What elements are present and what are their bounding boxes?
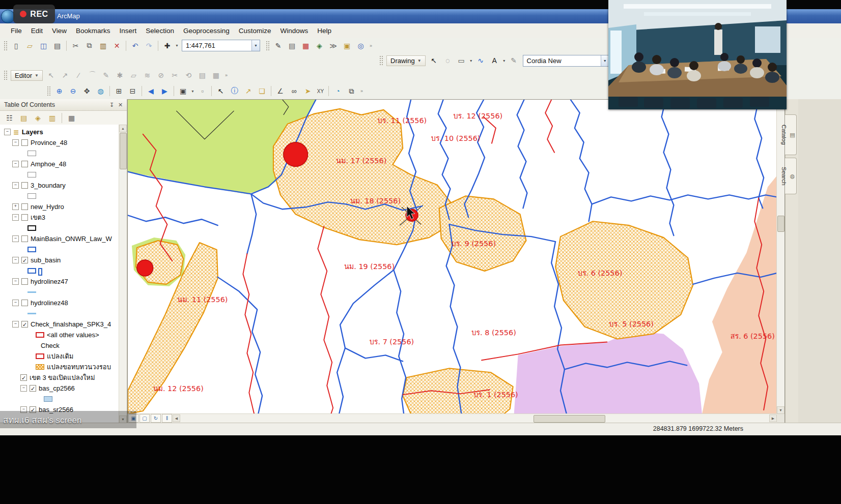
layer-label[interactable]: Layers: [22, 128, 43, 136]
menu-selection[interactable]: Selection: [141, 24, 179, 37]
layer-label[interactable]: Amphoe_48: [31, 160, 66, 168]
create-viewer-window-button[interactable]: ⧉: [345, 85, 358, 98]
split-tool[interactable]: ✂: [169, 69, 181, 82]
redo-button[interactable]: ↷: [143, 39, 155, 52]
legend-swatch[interactable]: [36, 332, 44, 338]
chevron-down-icon[interactable]: ▼: [468, 55, 474, 67]
toolbar-grip[interactable]: [47, 86, 50, 96]
fixed-zoom-in-button[interactable]: ⊞: [113, 85, 125, 98]
chevron-down-icon[interactable]: ▼: [601, 55, 609, 66]
layer-label[interactable]: hydrolinez48: [31, 299, 68, 307]
scrollbar-thumb[interactable]: [777, 216, 784, 232]
collapse-expander[interactable]: −: [12, 235, 19, 242]
endpoint-arc-tool[interactable]: ⌒: [86, 69, 99, 82]
scroll-right-arrow[interactable]: ▶: [769, 414, 777, 422]
layer-visibility-checkbox[interactable]: [21, 300, 28, 306]
scrollbar-track[interactable]: [180, 414, 769, 422]
reshape-feature-tool[interactable]: ≋: [141, 69, 154, 82]
menu-view[interactable]: View: [47, 24, 71, 37]
chevron-down-icon[interactable]: ▼: [251, 40, 260, 51]
pan-tool[interactable]: ✥: [80, 85, 93, 98]
layer-visibility-checkbox[interactable]: [21, 278, 28, 285]
layer-visibility-checkbox[interactable]: [21, 182, 28, 189]
text-tool[interactable]: A: [488, 54, 501, 67]
collapse-expander[interactable]: −: [12, 300, 19, 306]
toolbar-grip[interactable]: [4, 41, 7, 51]
fixed-zoom-out-button[interactable]: ⊟: [126, 85, 139, 98]
hyperlink-tool[interactable]: ↗: [242, 85, 255, 98]
layer-visibility-checkbox[interactable]: [21, 139, 28, 146]
straight-segment-tool[interactable]: ∕: [72, 69, 85, 82]
layer-label[interactable]: แปลงเดิม: [47, 351, 73, 362]
collapse-expander[interactable]: −: [12, 182, 19, 189]
collapse-expander[interactable]: −: [12, 321, 19, 328]
zoom-in-tool[interactable]: ⊕: [53, 85, 66, 98]
chevron-down-icon[interactable]: ▼: [174, 40, 180, 51]
map-vertical-scrollbar[interactable]: ▲ ▼: [776, 100, 784, 414]
find-route-button[interactable]: ➤: [301, 85, 314, 98]
cut-polygons-tool[interactable]: ⊘: [155, 69, 167, 82]
layer-label[interactable]: <all other values>: [47, 331, 99, 339]
toolbar-overflow-icon[interactable]: »: [225, 73, 228, 78]
layer-visibility-checkbox[interactable]: [21, 203, 28, 210]
menu-customize[interactable]: Customize: [234, 24, 276, 37]
pin-icon[interactable]: ↧: [107, 102, 116, 108]
go-to-xy-button[interactable]: XY: [315, 85, 326, 98]
legend-swatch[interactable]: [27, 291, 36, 293]
html-popup-tool[interactable]: ❏: [256, 85, 268, 98]
menu-insert[interactable]: Insert: [115, 24, 142, 37]
collapse-expander[interactable]: −: [12, 139, 19, 146]
paste-button[interactable]: ▥: [97, 39, 109, 52]
catalog-window-button[interactable]: ▣: [341, 39, 353, 52]
new-document-button[interactable]: ▯: [10, 39, 22, 52]
edit-text-tool[interactable]: ✎: [508, 54, 520, 67]
menu-edit[interactable]: Edit: [26, 24, 47, 37]
legend-swatch[interactable]: [36, 364, 44, 370]
layer-label[interactable]: new_Hydro: [31, 203, 64, 211]
rotate-element-tool[interactable]: ◌: [441, 54, 454, 67]
collapse-expander[interactable]: −: [20, 385, 27, 392]
toc-options-button[interactable]: ▦: [65, 111, 78, 124]
find-button[interactable]: ∞: [288, 85, 300, 98]
select-features-tool[interactable]: ▣: [177, 85, 189, 98]
edit-vertices-tool[interactable]: ▱: [127, 69, 140, 82]
legend-swatch[interactable]: [27, 268, 36, 274]
collapse-expander[interactable]: −: [12, 257, 19, 263]
list-by-drawing-order-button[interactable]: ☷: [3, 111, 16, 124]
list-by-source-button[interactable]: ▤: [17, 111, 30, 124]
edit-annotation-tool[interactable]: ↗: [59, 69, 71, 82]
layer-label[interactable]: 3_boundary: [31, 182, 66, 189]
copy-button[interactable]: ⧉: [83, 39, 96, 52]
add-data-button[interactable]: ✚: [161, 39, 174, 52]
collapse-expander[interactable]: −: [12, 161, 19, 167]
model-builder-button[interactable]: ◈: [313, 39, 326, 52]
legend-swatch[interactable]: [27, 172, 36, 177]
expand-expander[interactable]: +: [12, 203, 19, 210]
menu-windows[interactable]: Windows: [276, 24, 313, 37]
layer-visibility-checkbox[interactable]: ✓: [21, 257, 28, 263]
search-window-button[interactable]: ◎: [354, 39, 367, 52]
clear-selection-button[interactable]: ▫: [196, 85, 209, 98]
legend-swatch[interactable]: [44, 396, 52, 402]
attributes-button[interactable]: ▤: [196, 69, 209, 82]
meeting-video-feed[interactable]: [608, 0, 787, 109]
toc-scrollbar[interactable]: ▲ ▼: [119, 125, 127, 423]
full-extent-button[interactable]: ◍: [94, 85, 107, 98]
curve-line-tool[interactable]: ∿: [474, 54, 487, 67]
layer-visibility-checkbox[interactable]: ✓: [30, 385, 36, 392]
editor-menu-button[interactable]: Editor ▼: [11, 70, 43, 81]
editor-toolbar-toggle[interactable]: ✎: [272, 39, 285, 52]
layer-label[interactable]: bas_cp2566: [39, 384, 75, 392]
search-tab[interactable]: ◍ Search: [785, 158, 797, 194]
chevron-down-icon[interactable]: ▼: [501, 55, 507, 67]
arctoolbox-button[interactable]: ▦: [299, 39, 312, 52]
layer-label[interactable]: Check_finalshape_SPK3_4: [31, 320, 111, 328]
point-tool[interactable]: ✱: [114, 69, 126, 82]
legend-swatch[interactable]: [27, 193, 36, 199]
map-scale-combo[interactable]: 1:447,761 ▼: [182, 40, 260, 51]
save-button[interactable]: ◫: [37, 39, 50, 52]
toolbar-overflow-icon[interactable]: »: [370, 43, 372, 48]
drawing-menu-button[interactable]: Drawing ▼: [386, 55, 426, 66]
legend-swatch[interactable]: [36, 353, 44, 359]
chevron-down-icon[interactable]: ▼: [190, 85, 195, 97]
